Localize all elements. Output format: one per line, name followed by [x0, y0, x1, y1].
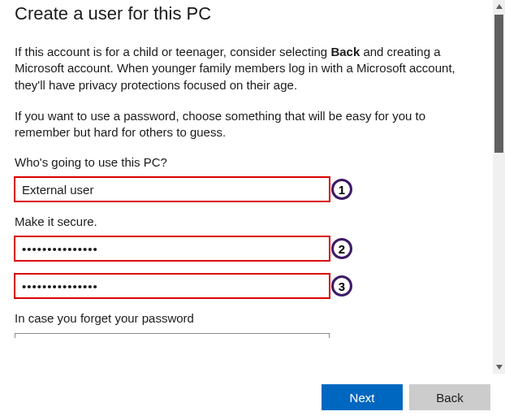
content-scroll-area: Create a user for this PC If this accoun…: [0, 0, 493, 374]
password-input[interactable]: [15, 236, 330, 261]
dialog-create-user: Create a user for this PC If this accoun…: [0, 0, 505, 420]
confirm-password-field-wrap: 3: [15, 274, 330, 298]
next-button[interactable]: Next: [322, 384, 403, 410]
scroll-up-arrow-icon[interactable]: [493, 0, 505, 13]
username-input[interactable]: [15, 177, 330, 201]
page-title: Create a user for this PC: [15, 3, 478, 24]
intro-text-pre: If this account is for a child or teenag…: [15, 45, 330, 58]
scroll-down-arrow-icon[interactable]: [493, 361, 505, 374]
vertical-scrollbar[interactable]: [493, 0, 505, 374]
security-question-input[interactable]: [15, 333, 330, 338]
password-hint-paragraph: If you want to use a password, choose so…: [15, 108, 478, 141]
security-question-field-wrap: [15, 333, 330, 338]
callout-badge-3: 3: [331, 275, 352, 297]
callout-badge-1: 1: [331, 179, 352, 200]
confirm-password-input[interactable]: [15, 274, 330, 298]
password-field-wrap: 2: [15, 236, 330, 261]
back-button[interactable]: Back: [409, 384, 490, 410]
intro-text-bold: Back: [330, 45, 360, 58]
dialog-footer: Next Back: [0, 375, 505, 420]
username-label: Who's going to use this PC?: [15, 155, 478, 169]
forget-password-label: In case you forget your password: [15, 311, 478, 325]
intro-paragraph: If this account is for a child or teenag…: [15, 44, 478, 93]
callout-badge-2: 2: [331, 238, 352, 259]
username-field-wrap: 1: [15, 177, 330, 201]
scroll-thumb[interactable]: [494, 15, 503, 153]
secure-label: Make it secure.: [15, 214, 478, 228]
